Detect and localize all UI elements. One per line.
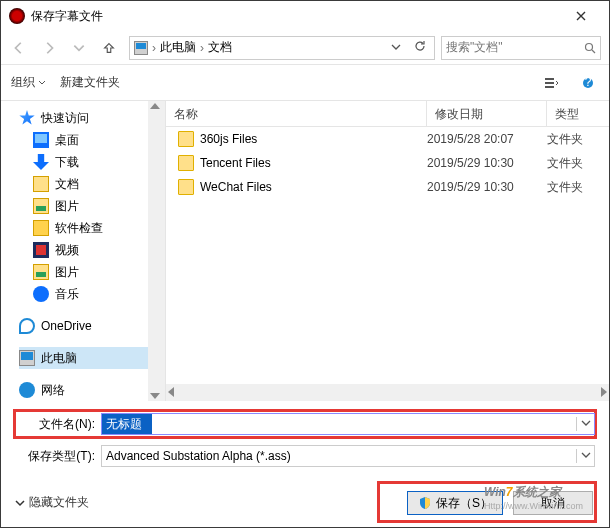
nav-up-button[interactable] <box>95 35 123 61</box>
organize-menu[interactable]: 组织 <box>11 74 46 91</box>
close-icon <box>576 11 586 21</box>
organize-label: 组织 <box>11 74 35 91</box>
search-placeholder: 搜索"文档" <box>446 39 584 56</box>
button-row: 保存（S） 取消 <box>407 491 593 515</box>
pc-icon <box>134 41 148 55</box>
nav-recent-button[interactable] <box>65 35 93 61</box>
title-bar: 保存字幕文件 <box>1 1 609 31</box>
folder-icon <box>33 220 49 236</box>
col-type[interactable]: 类型 <box>547 101 609 126</box>
filetype-value: Advanced Substation Alpha (*.ass) <box>102 449 576 463</box>
filetype-field[interactable]: Advanced Substation Alpha (*.ass) <box>101 445 595 467</box>
svg-rect-1 <box>545 78 554 80</box>
col-name[interactable]: 名称 <box>166 101 427 126</box>
file-row[interactable]: WeChat Files 2019/5/29 10:30 文件夹 <box>166 175 609 199</box>
tree-network[interactable]: 网络 <box>19 379 165 401</box>
file-row[interactable]: Tencent Files 2019/5/29 10:30 文件夹 <box>166 151 609 175</box>
tree-pictures[interactable]: 图片 <box>19 195 165 217</box>
view-options-button[interactable] <box>541 72 563 94</box>
file-list-pane: 名称 修改日期 类型 360js Files 2019/5/28 20:07 文… <box>166 101 609 401</box>
tree-software-check[interactable]: 软件检查 <box>19 217 165 239</box>
filetype-label: 保存类型(T): <box>15 448 101 465</box>
save-form: 文件名(N): 保存类型(T): Advanced Substation Alp… <box>1 401 609 528</box>
window-title: 保存字幕文件 <box>31 8 561 25</box>
breadcrumb-sep: › <box>152 41 156 55</box>
save-button[interactable]: 保存（S） <box>407 491 503 515</box>
desktop-icon <box>33 132 49 148</box>
download-icon <box>33 154 49 170</box>
search-input[interactable]: 搜索"文档" <box>441 36 601 60</box>
tree-pane: 快速访问 桌面 下载 文档 图片 软件检查 视频 图片 音乐 OneDrive … <box>1 101 166 401</box>
list-h-scrollbar[interactable] <box>166 384 609 401</box>
app-icon <box>9 8 25 24</box>
tree-this-pc[interactable]: 此电脑 <box>19 347 165 369</box>
hide-folders-toggle[interactable]: 隐藏文件夹 <box>15 494 89 511</box>
breadcrumb-segment[interactable]: 文档 <box>208 39 232 56</box>
svg-rect-2 <box>545 82 554 84</box>
address-bar[interactable]: › 此电脑 › 文档 <box>129 36 435 60</box>
network-icon <box>19 382 35 398</box>
document-icon <box>33 176 49 192</box>
nav-forward-button[interactable] <box>35 35 63 61</box>
file-row[interactable]: 360js Files 2019/5/28 20:07 文件夹 <box>166 127 609 151</box>
tree-documents[interactable]: 文档 <box>19 173 165 195</box>
body: 快速访问 桌面 下载 文档 图片 软件检查 视频 图片 音乐 OneDrive … <box>1 101 609 401</box>
svg-point-0 <box>586 43 593 50</box>
address-refresh-icon[interactable] <box>410 40 430 55</box>
tree-desktop[interactable]: 桌面 <box>19 129 165 151</box>
onedrive-icon <box>19 318 35 334</box>
folder-icon <box>178 179 194 195</box>
svg-text:?: ? <box>585 77 592 89</box>
save-label: 保存（S） <box>436 495 492 512</box>
tree-quick-access[interactable]: 快速访问 <box>19 107 165 129</box>
tree-scrollbar[interactable] <box>148 101 165 401</box>
address-dropdown-icon[interactable] <box>386 41 406 55</box>
nav-back-button[interactable] <box>5 35 33 61</box>
column-headers: 名称 修改日期 类型 <box>166 101 609 127</box>
tree-downloads[interactable]: 下载 <box>19 151 165 173</box>
cancel-label: 取消 <box>541 495 565 512</box>
tree-onedrive[interactable]: OneDrive <box>19 315 165 337</box>
new-folder-label: 新建文件夹 <box>60 74 120 91</box>
filename-dropdown-icon[interactable] <box>576 417 594 431</box>
toolbar: 组织 新建文件夹 ? <box>1 65 609 101</box>
nav-row: › 此电脑 › 文档 搜索"文档" <box>1 31 609 65</box>
breadcrumb-segment[interactable]: 此电脑 <box>160 39 196 56</box>
pc-icon <box>19 350 35 366</box>
shield-icon <box>418 496 432 510</box>
file-list[interactable]: 360js Files 2019/5/28 20:07 文件夹 Tencent … <box>166 127 609 384</box>
col-date[interactable]: 修改日期 <box>427 101 547 126</box>
tree-pictures-2[interactable]: 图片 <box>19 261 165 283</box>
music-icon <box>33 286 49 302</box>
search-icon <box>584 42 596 54</box>
close-button[interactable] <box>561 2 601 30</box>
new-folder-button[interactable]: 新建文件夹 <box>60 74 120 91</box>
filename-row: 文件名(N): <box>15 411 595 437</box>
tree-videos[interactable]: 视频 <box>19 239 165 261</box>
svg-rect-3 <box>545 86 554 88</box>
cancel-button[interactable]: 取消 <box>513 491 593 515</box>
pictures-icon <box>33 198 49 214</box>
video-icon <box>33 242 49 258</box>
hide-folders-label: 隐藏文件夹 <box>29 494 89 511</box>
star-icon <box>19 110 35 126</box>
filename-input[interactable] <box>102 414 152 434</box>
pictures-icon <box>33 264 49 280</box>
filename-label: 文件名(N): <box>15 416 101 433</box>
chevron-down-icon <box>38 79 46 87</box>
breadcrumb-sep: › <box>200 41 204 55</box>
help-button[interactable]: ? <box>577 72 599 94</box>
tree-music[interactable]: 音乐 <box>19 283 165 305</box>
filetype-dropdown-icon[interactable] <box>576 449 594 463</box>
folder-icon <box>178 131 194 147</box>
filetype-row: 保存类型(T): Advanced Substation Alpha (*.as… <box>15 443 595 469</box>
chevron-down-icon <box>15 498 25 508</box>
filename-field[interactable] <box>101 413 595 435</box>
folder-icon <box>178 155 194 171</box>
